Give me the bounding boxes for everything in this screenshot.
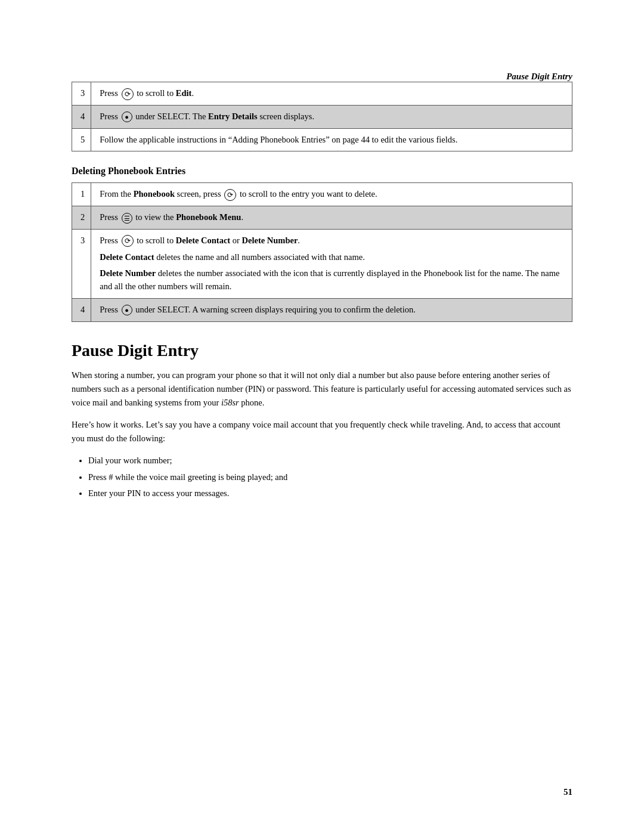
second-paragraph: Here’s how it works. Let’s say you have … [72,418,572,445]
bullet-item-2: Press # while the voice mail greeting is… [88,470,572,484]
row-number: 4 [72,298,91,321]
row-number: 5 [72,128,91,151]
first-instruction-table: 3 Press ⟳ to scroll to Edit. 4 Press ● u… [72,82,572,151]
scroll-icon: ⟳ [122,88,134,100]
page-header: Pause Digit Entry [72,72,572,82]
row-content: Press ● under SELECT. A warning screen d… [91,298,572,321]
row-content: Press ☰ to view the Phonebook Menu. [91,206,572,230]
row-content: Press ● under SELECT. The Entry Details … [91,105,572,128]
table-row: 4 Press ● under SELECT. The Entry Detail… [72,105,572,128]
bullet-item-3: Enter your PIN to access your messages. [88,487,572,500]
row-number: 4 [72,105,91,128]
row-content: From the Phonebook screen, press ⟳ to sc… [91,183,572,206]
select-icon: ● [122,112,132,122]
table-row: 5 Follow the applicable instructions in … [72,128,572,151]
row-para-2: Delete Contact deletes the name and all … [100,251,564,264]
main-heading: Pause Digit Entry [72,341,572,360]
table-row: 3 Press ⟳ to scroll to Edit. [72,82,572,106]
bullet-list: Dial your work number; Press # while the… [88,454,572,500]
table-row: 2 Press ☰ to view the Phonebook Menu. [72,206,572,230]
row-number: 1 [72,183,91,206]
page-number: 51 [564,787,572,797]
row-number: 3 [72,229,91,298]
table-row: 3 Press ⟳ to scroll to Delete Contact or… [72,229,572,298]
scroll-icon: ⟳ [122,235,134,247]
row-content: Follow the applicable instructions in “A… [91,128,572,151]
row-number: 2 [72,206,91,230]
page: Pause Digit Entry 3 Press ⟳ to scroll to… [0,0,644,833]
bullet-item-1: Dial your work number; [88,454,572,467]
row-content: Press ⟳ to scroll to Edit. [91,82,572,106]
row-content: Press ⟳ to scroll to Delete Contact or D… [91,229,572,298]
table-row: 1 From the Phonebook screen, press ⟳ to … [72,183,572,206]
deleting-instruction-table: 1 From the Phonebook screen, press ⟳ to … [72,182,572,321]
row-para-3: Delete Number deletes the number associa… [100,267,564,293]
scroll-icon: ⟳ [224,189,236,201]
header-title: Pause Digit Entry [506,72,572,81]
table-row: 4 Press ● under SELECT. A warning screen… [72,298,572,321]
menu-icon: ☰ [122,213,132,224]
row-number: 3 [72,82,91,106]
select-icon: ● [122,305,132,315]
intro-paragraph: When storing a number, you can program y… [72,368,572,410]
row-para-1: Press ⟳ to scroll to Delete Contact or D… [100,234,564,247]
deleting-section-heading: Deleting Phonebook Entries [72,166,572,176]
